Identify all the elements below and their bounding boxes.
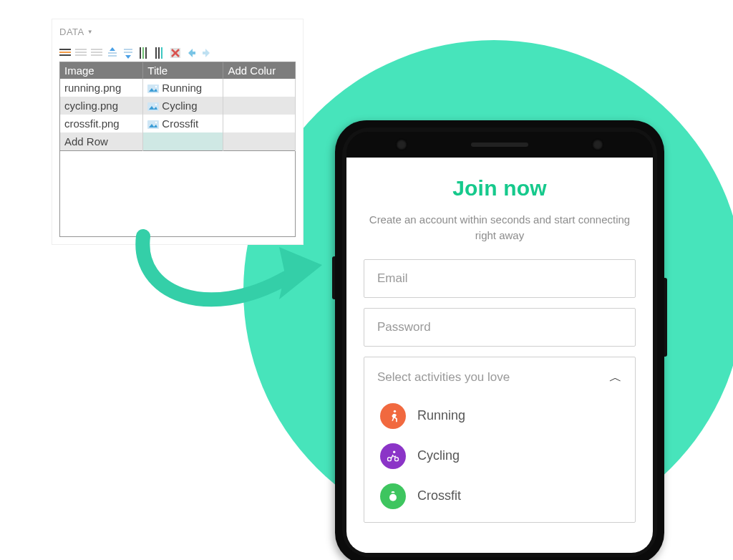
data-toolbar — [59, 47, 296, 59]
cell-title[interactable]: Cycling — [143, 97, 223, 115]
dropdown-triangle-icon: ▼ — [87, 29, 93, 35]
activities-dropdown: Select activities you love ︿ Running Cyc… — [364, 357, 636, 523]
phone-sensor-icon — [397, 140, 407, 150]
svg-rect-20 — [161, 47, 162, 59]
move-row-down-icon[interactable] — [122, 47, 134, 59]
svg-point-42 — [389, 493, 397, 501]
svg-point-41 — [393, 450, 395, 453]
cell-image[interactable]: crossfit.png — [60, 115, 143, 132]
data-panel: DATA ▼ — [52, 19, 304, 245]
svg-rect-3 — [75, 49, 87, 50]
data-table: Image Title Add Colur running.png Runnin… — [59, 62, 296, 151]
dropdown-header[interactable]: Select activities you love ︿ — [364, 357, 635, 396]
col-image[interactable]: Image — [60, 62, 143, 79]
email-placeholder: Email — [377, 271, 408, 285]
image-file-icon — [147, 120, 159, 129]
svg-rect-25 — [193, 52, 195, 54]
svg-rect-5 — [75, 54, 87, 56]
phone-side-button-right — [664, 278, 667, 357]
insert-row-icon[interactable] — [59, 47, 71, 59]
svg-point-36 — [155, 122, 157, 123]
svg-rect-16 — [142, 47, 144, 59]
table-row[interactable]: crossfit.png Crossfit — [60, 115, 296, 132]
panel-title-label: DATA — [59, 26, 84, 37]
phone-speaker-icon — [471, 143, 528, 147]
svg-rect-17 — [145, 47, 147, 59]
svg-marker-24 — [188, 49, 193, 57]
chevron-up-icon: ︿ — [609, 369, 622, 386]
phone-camera-icon — [593, 140, 603, 150]
password-field[interactable]: Password — [364, 308, 636, 347]
svg-marker-14 — [125, 55, 131, 59]
phone-side-button-left — [332, 256, 335, 299]
svg-rect-4 — [75, 52, 87, 53]
activity-item-running[interactable]: Running — [364, 396, 635, 436]
delete-column-icon[interactable] — [170, 47, 181, 59]
svg-rect-13 — [124, 52, 132, 53]
svg-point-40 — [395, 457, 399, 460]
activity-name: Cycling — [417, 448, 460, 463]
activity-item-cycling[interactable]: Cycling — [364, 436, 635, 476]
duplicate-row-icon[interactable] — [91, 47, 102, 59]
dropdown-label: Select activities you love — [377, 370, 510, 385]
next-icon[interactable] — [201, 47, 213, 59]
svg-rect-18 — [155, 47, 157, 59]
svg-rect-34 — [147, 120, 159, 129]
svg-point-30 — [155, 86, 157, 87]
runner-icon — [380, 403, 406, 429]
svg-point-39 — [388, 457, 392, 460]
col-title[interactable]: Title — [143, 62, 223, 79]
email-field[interactable]: Email — [364, 259, 636, 298]
phone-notch — [346, 132, 653, 158]
add-row[interactable]: Add Row — [60, 132, 296, 151]
svg-rect-0 — [59, 49, 71, 50]
svg-rect-27 — [203, 52, 205, 54]
activity-item-crossfit[interactable]: Crossfit — [364, 476, 635, 516]
svg-rect-1 — [59, 52, 71, 53]
image-file-icon — [147, 85, 159, 93]
prev-icon[interactable] — [185, 47, 197, 59]
kettlebell-icon — [380, 483, 406, 509]
password-placeholder: Password — [377, 320, 431, 334]
col-add[interactable]: Add Colur — [223, 62, 296, 79]
cell-image[interactable]: running.png — [60, 79, 143, 97]
cyclist-icon — [380, 443, 406, 469]
table-row[interactable]: cycling.png Cycling — [60, 97, 296, 115]
svg-marker-26 — [205, 49, 210, 57]
svg-rect-28 — [147, 85, 159, 93]
page-subtitle: Create an account within seconds and sta… — [368, 212, 631, 243]
svg-point-38 — [394, 410, 396, 412]
phone-mockup: Join now Create an account within second… — [335, 120, 664, 560]
svg-rect-12 — [124, 49, 132, 50]
svg-rect-15 — [140, 47, 141, 59]
svg-rect-6 — [91, 49, 102, 50]
svg-point-33 — [155, 104, 157, 105]
svg-marker-9 — [110, 47, 115, 51]
svg-rect-19 — [158, 47, 160, 59]
svg-rect-2 — [59, 54, 71, 56]
table-row[interactable]: running.png Running — [60, 79, 296, 97]
table-empty-area — [59, 151, 296, 237]
column-settings-icon[interactable] — [154, 47, 165, 59]
svg-rect-31 — [147, 102, 159, 111]
insert-column-icon[interactable] — [138, 47, 150, 59]
image-file-icon — [147, 102, 159, 111]
phone-screen: Join now Create an account within second… — [346, 158, 653, 553]
svg-rect-10 — [108, 52, 117, 54]
activity-name: Crossfit — [417, 488, 461, 503]
move-row-up-icon[interactable] — [107, 47, 118, 59]
svg-rect-8 — [91, 54, 102, 56]
activity-name: Running — [417, 408, 465, 423]
delete-row-icon[interactable] — [75, 47, 87, 59]
svg-rect-11 — [108, 55, 117, 57]
svg-rect-7 — [91, 52, 102, 53]
cell-title[interactable]: Crossfit — [143, 115, 223, 132]
cell-image[interactable]: cycling.png — [60, 97, 143, 115]
page-title: Join now — [364, 176, 636, 201]
panel-title[interactable]: DATA ▼ — [59, 26, 296, 37]
cell-title[interactable]: Running — [143, 79, 223, 97]
